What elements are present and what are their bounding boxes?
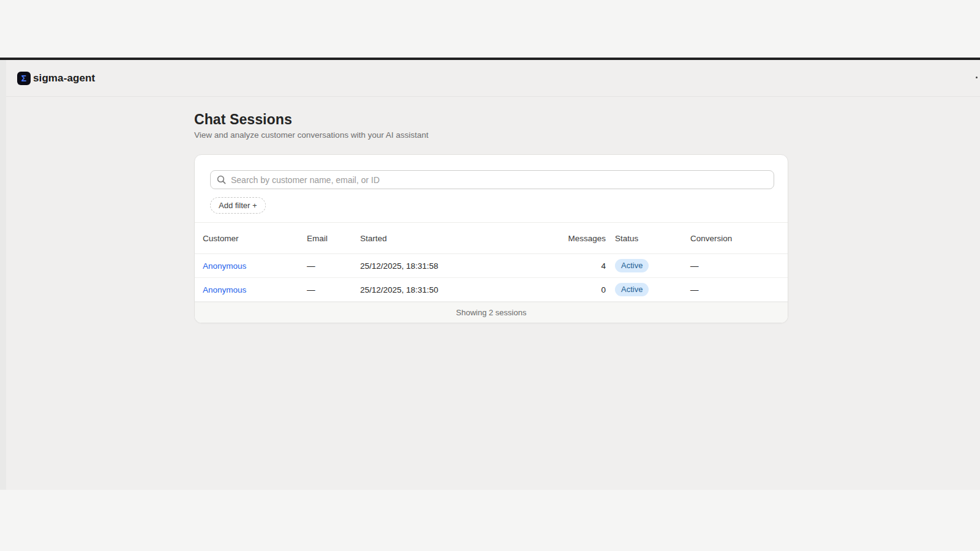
column-header-email: Email <box>307 234 360 243</box>
column-header-customer: Customer <box>203 234 307 243</box>
search-box <box>210 170 774 189</box>
customer-link[interactable]: Anonymous <box>203 285 246 294</box>
email-cell: — <box>307 285 360 294</box>
column-header-status: Status <box>606 234 690 243</box>
email-cell: — <box>307 261 360 271</box>
sessions-card: Add filter + Customer Email Started Mess… <box>194 154 788 323</box>
status-badge: Active <box>615 259 649 273</box>
conversion-cell: — <box>690 261 788 271</box>
session-count-text: Showing 2 sessions <box>456 308 527 317</box>
ellipsis-menu-icon[interactable] <box>976 77 980 78</box>
app-window: Σ sigma-agent Chat Sessions View and ana… <box>0 60 980 490</box>
messages-cell: 4 <box>567 261 606 271</box>
table-footer: Showing 2 sessions <box>195 302 788 323</box>
ellipsis-dot <box>976 77 978 78</box>
search-input[interactable] <box>231 175 767 185</box>
table-row: Anonymous — 25/12/2025, 18:31:50 0 Activ… <box>195 278 788 302</box>
app-header-bar: Σ sigma-agent <box>6 60 980 97</box>
messages-cell: 0 <box>567 285 606 294</box>
table-row: Anonymous — 25/12/2025, 18:31:58 4 Activ… <box>195 254 788 278</box>
column-header-started: Started <box>360 234 567 243</box>
add-filter-button[interactable]: Add filter + <box>210 197 266 214</box>
app-title: sigma-agent <box>33 72 95 85</box>
page-subtitle: View and analyze customer conversations … <box>194 130 428 140</box>
customer-link[interactable]: Anonymous <box>203 261 246 271</box>
status-badge: Active <box>615 283 649 297</box>
table-header-row: Customer Email Started Messages Status C… <box>195 222 788 254</box>
page-title: Chat Sessions <box>194 111 292 128</box>
column-header-conversion: Conversion <box>690 234 788 243</box>
app-logo: Σ <box>17 72 31 85</box>
search-icon <box>217 175 226 184</box>
conversion-cell: — <box>690 285 788 294</box>
left-edge-strip <box>0 60 6 490</box>
sigma-logo-icon: Σ <box>21 74 26 83</box>
started-cell: 25/12/2025, 18:31:50 <box>360 285 567 294</box>
column-header-messages: Messages <box>567 234 606 243</box>
started-cell: 25/12/2025, 18:31:58 <box>360 261 567 271</box>
filters-section: Add filter + <box>195 155 788 222</box>
